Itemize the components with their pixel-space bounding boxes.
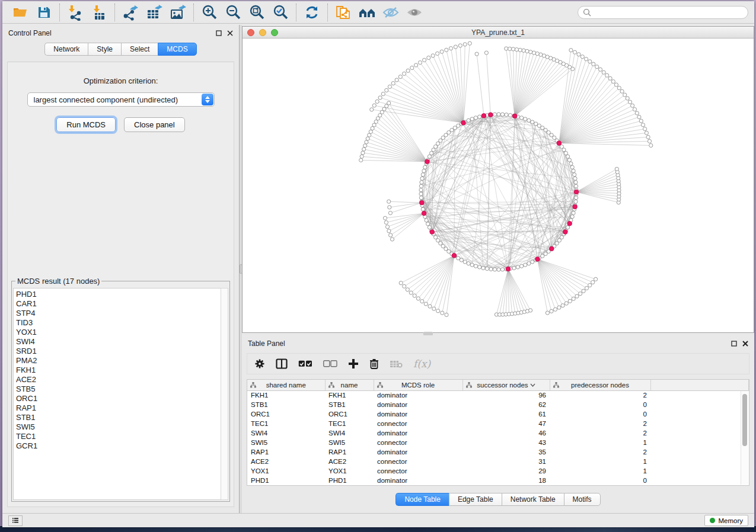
run-mcds-button[interactable]: Run MCDS (56, 117, 116, 132)
tab-node-table[interactable]: Node Table (395, 493, 449, 506)
mcds-result-item[interactable]: PHD1 (16, 290, 221, 299)
network-node[interactable] (436, 52, 439, 55)
network-node[interactable] (585, 57, 588, 61)
column-header-shared-name[interactable]: shared name (247, 380, 325, 390)
tab-select[interactable]: Select (121, 43, 158, 56)
network-node[interactable] (478, 115, 481, 118)
close-panel-icon[interactable] (742, 341, 748, 347)
mcds-network-node[interactable] (430, 230, 435, 235)
network-node[interactable] (520, 264, 524, 268)
network-node[interactable] (580, 55, 584, 59)
network-node[interactable] (387, 229, 391, 233)
show-details-icon[interactable] (403, 3, 426, 22)
tab-edge-table[interactable]: Edge Table (449, 493, 502, 506)
network-node[interactable] (595, 65, 599, 69)
network-node[interactable] (484, 51, 488, 55)
network-node[interactable] (395, 78, 398, 82)
table-row[interactable]: STB1STB1dominator620 (247, 400, 749, 409)
save-session-icon[interactable] (32, 3, 56, 22)
mcds-network-node[interactable] (506, 267, 511, 271)
network-node[interactable] (511, 47, 515, 51)
mcds-result-item[interactable]: STB1 (16, 413, 221, 422)
network-node[interactable] (570, 215, 574, 219)
mcds-network-node[interactable] (573, 204, 578, 209)
network-node[interactable] (430, 151, 433, 155)
network-node[interactable] (592, 62, 595, 66)
column-header-name[interactable]: name (325, 380, 374, 390)
maximize-window-icon[interactable] (271, 29, 278, 36)
float-panel-icon[interactable] (731, 341, 737, 347)
mcds-result-item[interactable]: STP4 (16, 309, 221, 318)
network-node[interactable] (611, 80, 615, 84)
zoom-out-icon[interactable] (221, 3, 245, 22)
network-node[interactable] (508, 47, 512, 50)
network-node[interactable] (384, 220, 388, 224)
network-node[interactable] (385, 225, 389, 229)
network-node[interactable] (539, 53, 543, 56)
network-node[interactable] (423, 58, 426, 62)
mcds-result-item[interactable]: TEC1 (16, 432, 221, 441)
network-node[interactable] (537, 124, 541, 127)
tab-network[interactable]: Network (44, 43, 88, 56)
network-node[interactable] (641, 123, 645, 127)
network-node[interactable] (577, 53, 580, 56)
network-node[interactable] (524, 263, 527, 267)
table-row[interactable]: ACE2ACE2connector311 (247, 457, 749, 466)
network-node[interactable] (561, 304, 564, 307)
network-node[interactable] (635, 111, 639, 115)
network-node[interactable] (390, 238, 394, 241)
zoom-in-icon[interactable] (197, 3, 221, 22)
network-node[interactable] (441, 311, 444, 315)
network-node[interactable] (361, 151, 365, 155)
network-node[interactable] (409, 291, 413, 294)
network-node[interactable] (553, 307, 557, 311)
network-node[interactable] (588, 60, 592, 63)
network-node[interactable] (416, 297, 420, 300)
network-node[interactable] (573, 173, 576, 177)
network-node[interactable] (505, 113, 508, 117)
network-node[interactable] (421, 207, 425, 211)
network-node[interactable] (383, 216, 387, 220)
network-node[interactable] (594, 277, 598, 281)
network-node[interactable] (575, 294, 579, 298)
table-row[interactable]: TEC1TEC1connector472 (247, 419, 749, 428)
network-node[interactable] (391, 82, 395, 85)
network-node[interactable] (388, 211, 392, 214)
network-node[interactable] (588, 283, 592, 287)
close-panel-button[interactable]: Close panel (124, 117, 185, 132)
mcds-network-node[interactable] (567, 222, 572, 226)
network-node[interactable] (370, 108, 374, 111)
network-node[interactable] (454, 45, 457, 49)
network-canvas[interactable] (243, 39, 754, 332)
network-node[interactable] (575, 196, 578, 200)
mcds-network-node[interactable] (563, 230, 568, 235)
network-node[interactable] (623, 93, 627, 97)
mcds-result-item[interactable]: STB5 (16, 384, 221, 394)
network-node[interactable] (569, 49, 573, 52)
mcds-network-node[interactable] (481, 114, 486, 118)
mcds-result-item[interactable]: YOX1 (16, 328, 221, 337)
network-node[interactable] (485, 267, 489, 270)
network-node[interactable] (387, 200, 391, 203)
import-table-icon[interactable] (87, 3, 111, 22)
network-graph[interactable] (243, 39, 754, 332)
mcds-result-scrollbar[interactable] (221, 288, 228, 500)
network-node[interactable] (445, 313, 448, 316)
network-node[interactable] (374, 120, 378, 123)
network-node[interactable] (527, 118, 531, 122)
mcds-result-item[interactable]: ACE2 (16, 375, 221, 384)
network-node[interactable] (413, 294, 416, 297)
network-node[interactable] (534, 122, 538, 126)
network-window-titlebar[interactable]: YPA_prune.txt_1 (243, 27, 754, 39)
network-node[interactable] (399, 281, 403, 285)
float-panel-icon[interactable] (216, 30, 222, 36)
mcds-result-item[interactable]: ORC1 (16, 394, 221, 403)
network-node[interactable] (366, 137, 369, 140)
network-node[interactable] (529, 309, 532, 312)
network-node[interactable] (426, 222, 430, 226)
network-node[interactable] (566, 155, 570, 158)
network-node[interactable] (457, 124, 460, 127)
network-node[interactable] (422, 169, 426, 172)
criterion-select[interactable]: largest connected component (undirected) (27, 92, 215, 107)
network-node[interactable] (365, 140, 368, 144)
